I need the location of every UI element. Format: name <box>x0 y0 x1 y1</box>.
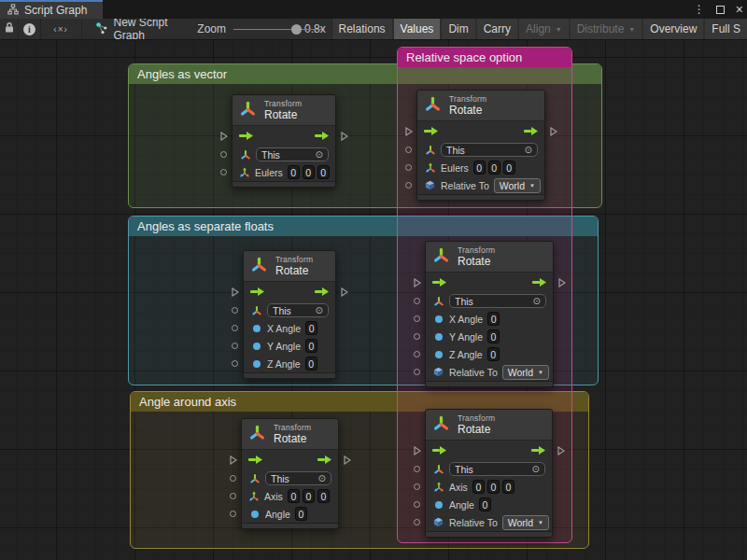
value-input[interactable]: 0 <box>487 329 500 343</box>
value-input[interactable]: 0 <box>305 357 317 371</box>
value-input-port[interactable] <box>414 351 420 357</box>
value-input[interactable]: 0 <box>295 507 307 521</box>
tab-script-graph[interactable]: Script Graph <box>0 0 103 19</box>
value-input[interactable]: 0 <box>503 161 515 175</box>
value-input-port[interactable] <box>220 151 227 158</box>
flow-out-arrow-icon[interactable] <box>315 287 329 296</box>
flow-output-port[interactable] <box>550 127 557 136</box>
info-button[interactable]: i <box>19 19 39 40</box>
value-input-port[interactable] <box>414 298 420 304</box>
value-input-port[interactable] <box>414 369 420 375</box>
node-rotate-xyz-angles[interactable]: Transform Rotate This ⊙ X Angle0 Y Angle… <box>243 250 336 379</box>
node-header[interactable]: Transform Rotate <box>417 91 544 121</box>
toolbar-button-dim[interactable]: Dim <box>442 19 474 40</box>
value-input-port[interactable] <box>405 147 412 153</box>
object-picker-icon[interactable]: ⊙ <box>316 305 323 315</box>
value-input[interactable]: 0 <box>488 161 500 175</box>
group-label[interactable]: Relative space option <box>398 48 571 67</box>
flow-input-port[interactable] <box>220 132 228 141</box>
value-input-port[interactable] <box>414 315 420 322</box>
this-field[interactable]: This ⊙ <box>449 462 545 476</box>
value-input[interactable]: 0 <box>487 312 500 326</box>
flow-out-arrow-icon[interactable] <box>531 446 545 455</box>
flow-output-port[interactable] <box>558 278 566 287</box>
relative-to-dropdown[interactable]: World ▼ <box>502 515 549 530</box>
this-field[interactable]: This ⊙ <box>441 143 538 157</box>
value-input[interactable]: 0 <box>317 165 330 179</box>
this-field[interactable]: This ⊙ <box>267 303 329 317</box>
value-input-port[interactable] <box>232 360 238 367</box>
flow-out-arrow-icon[interactable] <box>524 127 538 135</box>
value-input[interactable]: 0 <box>479 497 491 511</box>
this-field[interactable]: This ⊙ <box>256 147 329 161</box>
toolbar-button-relations[interactable]: Relations <box>332 19 392 40</box>
flow-output-port[interactable] <box>341 132 348 141</box>
value-input-port[interactable] <box>405 164 412 171</box>
flow-output-port[interactable] <box>557 446 565 455</box>
object-picker-icon[interactable]: ⊙ <box>318 473 326 483</box>
value-input-port[interactable] <box>414 519 420 525</box>
flow-output-port[interactable] <box>344 455 351 465</box>
flow-output-port[interactable] <box>341 287 348 297</box>
close-icon[interactable]: × <box>736 5 743 14</box>
value-input-port[interactable] <box>232 343 238 349</box>
flow-in-arrow-icon[interactable] <box>239 132 253 140</box>
node-rotate-xyz-angles-relative[interactable]: Transform Rotate This ⊙ X Angle0 Y Angle… <box>425 241 554 387</box>
value-input[interactable]: 0 <box>305 321 317 335</box>
value-input[interactable]: 0 <box>288 165 300 179</box>
value-input-port[interactable] <box>232 307 238 314</box>
toolbar-button-values[interactable]: Values <box>394 19 441 40</box>
toolbar-button-distribute[interactable]: Distribute▼ <box>571 19 642 40</box>
relative-to-dropdown[interactable]: World ▼ <box>502 365 549 380</box>
node-rotate-axis-angle[interactable]: Transform Rotate This ⊙ Axis000 Angle0 <box>241 418 339 529</box>
object-picker-icon[interactable]: ⊙ <box>525 145 532 155</box>
value-input[interactable]: 0 <box>472 480 485 494</box>
flow-in-arrow-icon[interactable] <box>248 455 262 464</box>
node-header[interactable]: Transform Rotate <box>233 95 335 126</box>
new-script-graph-button[interactable]: New Script Graph <box>82 19 189 40</box>
flow-out-arrow-icon[interactable] <box>532 278 546 287</box>
value-input-port[interactable] <box>405 182 412 189</box>
node-rotate-axis-angle-relative[interactable]: Transform Rotate This ⊙ Axis000 Angle0 R… <box>425 409 553 538</box>
value-input-port[interactable] <box>414 483 420 490</box>
this-field[interactable]: This ⊙ <box>265 471 331 485</box>
value-input[interactable]: 0 <box>303 165 315 179</box>
value-input-port[interactable] <box>220 169 227 175</box>
flow-out-arrow-icon[interactable] <box>315 132 329 140</box>
flow-input-port[interactable] <box>230 455 237 465</box>
value-input-port[interactable] <box>230 475 236 482</box>
this-field[interactable]: This ⊙ <box>449 294 546 308</box>
node-header[interactable]: Transform Rotate <box>426 242 553 273</box>
value-input[interactable]: 0 <box>317 489 330 503</box>
zoom-slider-track[interactable] <box>233 29 322 30</box>
zoom-slider-handle[interactable] <box>291 24 302 35</box>
relative-to-dropdown[interactable]: World ▼ <box>494 178 541 193</box>
maximize-icon[interactable] <box>716 6 725 14</box>
value-input[interactable]: 0 <box>502 480 514 494</box>
value-input-port[interactable] <box>414 466 420 472</box>
node-header[interactable]: Transform Rotate <box>242 419 338 450</box>
toolbar-button-carry[interactable]: Carry <box>477 19 517 40</box>
value-input-port[interactable] <box>414 333 420 340</box>
value-input-port[interactable] <box>232 325 238 331</box>
node-header[interactable]: Transform Rotate <box>426 410 552 441</box>
graph-canvas[interactable]: Angles as vectorAngles as separate float… <box>0 40 747 560</box>
flow-out-arrow-icon[interactable] <box>317 455 331 464</box>
flow-in-arrow-icon[interactable] <box>424 127 438 135</box>
flow-in-arrow-icon[interactable] <box>432 278 446 287</box>
value-input[interactable]: 0 <box>487 347 500 361</box>
toolbar-button-overview[interactable]: Overview <box>643 19 703 40</box>
code-view-button[interactable]: ‹×› <box>40 19 80 40</box>
flow-input-port[interactable] <box>414 278 421 287</box>
value-input[interactable]: 0 <box>487 480 500 494</box>
node-rotate-eulers[interactable]: Transform Rotate This ⊙ Eulers000 <box>232 94 336 188</box>
node-header[interactable]: Transform Rotate <box>244 251 335 282</box>
flow-input-port[interactable] <box>232 287 239 297</box>
object-picker-icon[interactable]: ⊙ <box>533 296 541 306</box>
flow-input-port[interactable] <box>405 127 413 136</box>
lock-button[interactable] <box>0 19 18 40</box>
value-input[interactable]: 0 <box>303 489 315 503</box>
object-picker-icon[interactable]: ⊙ <box>532 464 540 474</box>
value-input-port[interactable] <box>414 501 420 508</box>
value-input-port[interactable] <box>230 493 236 499</box>
